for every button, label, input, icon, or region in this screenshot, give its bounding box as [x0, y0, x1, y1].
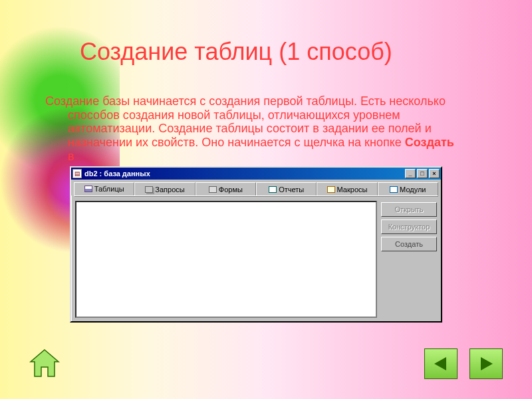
nav-prev-button[interactable] — [424, 348, 458, 379]
tab-queries[interactable]: Запросы — [134, 182, 195, 196]
tabs-row: Таблицы Запросы Формы Отчеты Макросы Мод… — [71, 180, 441, 196]
triangle-left-icon — [432, 354, 450, 373]
svg-marker-0 — [31, 350, 59, 376]
macros-icon — [327, 186, 335, 193]
modules-icon — [390, 186, 398, 193]
right-buttons: Открыть Конструктор Создать — [381, 201, 437, 318]
window-title: db2 : база данных — [84, 170, 404, 178]
svg-marker-1 — [434, 357, 446, 370]
tab-modules[interactable]: Модули — [378, 182, 438, 196]
tab-macros[interactable]: Макросы — [317, 182, 377, 196]
tab-tables[interactable]: Таблицы — [74, 182, 134, 196]
triangle-right-icon — [477, 354, 495, 373]
tab-label: Запросы — [155, 186, 184, 194]
database-window: ▤ db2 : база данных _ □ × Таблицы Запрос… — [70, 166, 442, 323]
forms-icon — [209, 186, 217, 193]
window-icon: ▤ — [72, 169, 82, 178]
tab-label: Формы — [219, 186, 243, 194]
titlebar[interactable]: ▤ db2 : база данных _ □ × — [71, 168, 441, 180]
minimize-button[interactable]: _ — [405, 169, 416, 178]
slide: Создание таблиц (1 способ) Создание базы… — [0, 0, 532, 399]
body-text-bold: Создать — [405, 136, 454, 149]
slide-body: Создание базы начинается с создания перв… — [45, 94, 458, 163]
tab-label: Макросы — [337, 186, 368, 194]
reports-icon — [269, 186, 277, 193]
nav-next-button[interactable] — [469, 348, 503, 379]
create-button[interactable]: Создать — [381, 237, 437, 251]
nav-home-button[interactable] — [28, 348, 61, 379]
tab-label: Модули — [400, 186, 426, 194]
tab-reports[interactable]: Отчеты — [256, 182, 317, 196]
body-text-pre: Создание базы начинается с создания перв… — [45, 94, 446, 149]
window-content: Открыть Конструктор Создать — [71, 197, 441, 322]
object-list[interactable] — [75, 201, 377, 318]
tables-icon — [84, 186, 92, 192]
slide-title: Создание таблиц (1 способ) — [80, 40, 392, 64]
svg-marker-2 — [481, 357, 493, 370]
home-icon — [28, 348, 61, 379]
design-button[interactable]: Конструктор — [381, 219, 437, 234]
tab-label: Таблицы — [94, 185, 124, 193]
tab-label: Отчеты — [279, 186, 304, 194]
body-text-post: в — [68, 150, 74, 163]
open-button[interactable]: Открыть — [381, 202, 437, 217]
maximize-button[interactable]: □ — [417, 169, 428, 178]
queries-icon — [145, 186, 153, 193]
tab-forms[interactable]: Формы — [196, 182, 256, 196]
close-button[interactable]: × — [429, 169, 440, 178]
